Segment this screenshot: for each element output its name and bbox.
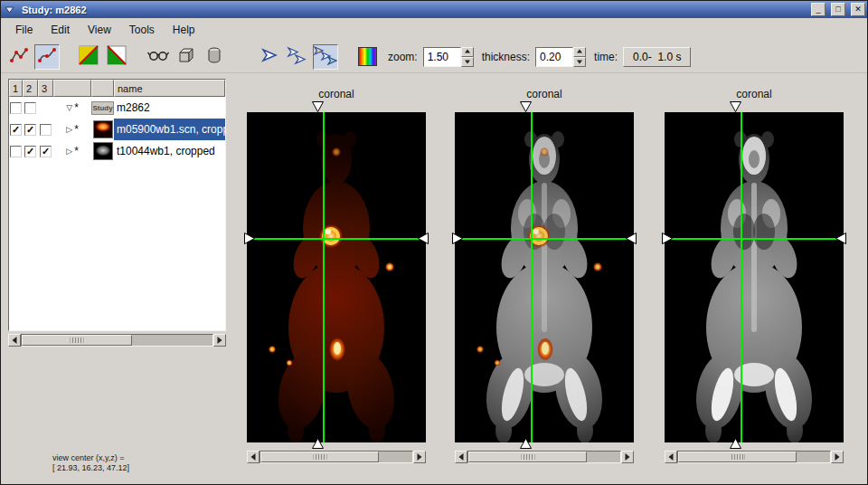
checkbox-1[interactable] bbox=[10, 102, 22, 114]
tree-col-2[interactable]: 2 bbox=[23, 80, 38, 97]
thickness-input[interactable]: 0.20 bbox=[535, 47, 573, 67]
zoom-spinner: 1.50 bbox=[423, 47, 474, 67]
scroll-thumb[interactable] bbox=[678, 452, 797, 462]
crosshair-handle-right-icon[interactable] bbox=[417, 233, 429, 244]
app-window: Study: m2862 _ □ ✕ File Edit View Tools … bbox=[0, 0, 868, 485]
crosshair-handle-bottom-icon[interactable] bbox=[312, 437, 324, 449]
tree-item-name-selected[interactable]: m05900wb1.scn, cropped bbox=[114, 119, 225, 140]
scroll-track[interactable] bbox=[677, 451, 831, 463]
view-panel-fused: coronal bbox=[455, 88, 634, 463]
scroll-thumb[interactable] bbox=[260, 452, 379, 462]
tree-col-3[interactable]: 3 bbox=[38, 80, 53, 97]
view-panel-pet: coronal bbox=[247, 88, 426, 463]
scroll-thumb[interactable] bbox=[468, 452, 587, 462]
time-button[interactable]: 0.0- 1.0 s bbox=[623, 47, 691, 67]
close-button[interactable]: ✕ bbox=[851, 3, 865, 16]
menu-help[interactable]: Help bbox=[164, 21, 204, 39]
menu-edit[interactable]: Edit bbox=[42, 21, 79, 39]
checkbox-1[interactable] bbox=[10, 146, 22, 157]
colormap-button[interactable] bbox=[354, 44, 380, 70]
zoom-down-icon[interactable] bbox=[461, 57, 474, 67]
thickness-label: thickness: bbox=[482, 51, 530, 63]
roi-box-button[interactable] bbox=[174, 44, 199, 70]
menubar: File Edit View Tools Help bbox=[1, 18, 867, 41]
view-linked-3-button[interactable] bbox=[313, 44, 338, 70]
scroll-thumb[interactable] bbox=[22, 335, 132, 346]
tree-item-name[interactable]: m2862 bbox=[114, 97, 225, 119]
tree-row-study[interactable]: ▽ * Study m2862 bbox=[9, 97, 225, 119]
fuse-overlay-button[interactable] bbox=[104, 44, 129, 70]
ct-coronal-image[interactable] bbox=[665, 112, 844, 442]
view-panel-ct: coronal bbox=[665, 88, 844, 463]
tree-col-name[interactable]: name bbox=[114, 80, 225, 97]
menu-tools[interactable]: Tools bbox=[120, 21, 164, 39]
maximize-button[interactable]: □ bbox=[831, 3, 845, 16]
tree-col-1[interactable]: 1 bbox=[9, 80, 23, 97]
view-scrollbar[interactable] bbox=[665, 451, 844, 463]
menu-view[interactable]: View bbox=[79, 21, 120, 39]
minimize-button[interactable]: _ bbox=[811, 3, 826, 16]
view-linked-2-icon bbox=[287, 45, 308, 69]
thickness-down-icon[interactable] bbox=[573, 57, 586, 67]
thickness-up-icon[interactable] bbox=[573, 47, 586, 57]
menu-file[interactable]: File bbox=[6, 21, 42, 39]
tree-row-pet-dataset[interactable]: ✓ ✓ ▷ * m05900wb1.scn, cropped bbox=[9, 119, 225, 140]
scroll-right-icon[interactable] bbox=[621, 451, 634, 463]
tree-col-icon[interactable] bbox=[91, 80, 114, 97]
fuse-blend-button[interactable] bbox=[76, 44, 101, 70]
stereoscopic-button[interactable] bbox=[146, 44, 171, 70]
crosshair-handle-left-icon[interactable] bbox=[662, 233, 674, 244]
tree-col-expander[interactable] bbox=[53, 80, 91, 97]
view-linked-2-button[interactable] bbox=[285, 44, 310, 70]
checkbox-2[interactable] bbox=[24, 102, 36, 114]
window-menu-icon[interactable] bbox=[3, 3, 16, 16]
crosshair-handle-left-icon[interactable] bbox=[244, 233, 256, 244]
scroll-track[interactable] bbox=[259, 451, 413, 463]
checkbox-1[interactable]: ✓ bbox=[10, 124, 22, 136]
view-single-button[interactable] bbox=[257, 44, 282, 70]
crosshair-horizontal bbox=[455, 238, 634, 240]
modified-marker: * bbox=[74, 123, 79, 136]
crosshair-handle-right-icon[interactable] bbox=[625, 233, 637, 244]
expander-closed-icon[interactable]: ▷ bbox=[66, 147, 72, 156]
titlebar: Study: m2862 _ □ ✕ bbox=[1, 1, 867, 18]
crosshair-handle-top-icon[interactable] bbox=[312, 101, 324, 113]
tree-scrollbar[interactable] bbox=[8, 334, 226, 347]
expander-open-icon[interactable]: ▽ bbox=[66, 103, 72, 112]
scroll-left-icon[interactable] bbox=[247, 451, 259, 463]
crosshair-handle-bottom-icon[interactable] bbox=[520, 437, 532, 449]
crosshair-handle-right-icon[interactable] bbox=[835, 233, 846, 244]
checkbox-2[interactable]: ✓ bbox=[24, 124, 36, 136]
fused-scan-graphic bbox=[455, 112, 634, 442]
interp-trilinear-icon bbox=[37, 45, 57, 69]
tree-item-name[interactable]: t10044wb1, cropped bbox=[114, 140, 225, 162]
interp-trilinear-button[interactable] bbox=[34, 44, 60, 70]
zoom-input[interactable]: 1.50 bbox=[423, 47, 461, 67]
scroll-right-icon[interactable] bbox=[831, 451, 844, 463]
expander-closed-icon[interactable]: ▷ bbox=[66, 125, 72, 134]
tree-row-ct-dataset[interactable]: ✓ ✓ ▷ * t10044wb1, cropped bbox=[9, 140, 225, 162]
view-scrollbar[interactable] bbox=[247, 451, 426, 463]
checkbox-3[interactable]: ✓ bbox=[40, 146, 52, 157]
crosshair-handle-top-icon[interactable] bbox=[730, 101, 741, 113]
pet-coronal-image[interactable] bbox=[247, 112, 426, 442]
interp-nearest-button[interactable] bbox=[6, 44, 32, 70]
checkbox-2[interactable]: ✓ bbox=[24, 146, 36, 157]
crosshair-handle-top-icon[interactable] bbox=[520, 101, 532, 113]
crosshair-handle-left-icon[interactable] bbox=[452, 233, 464, 244]
scroll-left-icon[interactable] bbox=[455, 451, 467, 463]
roi-cylinder-button[interactable] bbox=[202, 44, 227, 70]
fused-coronal-image[interactable] bbox=[455, 112, 634, 442]
scroll-left-icon[interactable] bbox=[665, 451, 677, 463]
scroll-track[interactable] bbox=[467, 451, 621, 463]
checkbox-3[interactable] bbox=[40, 124, 52, 136]
scroll-track[interactable] bbox=[21, 334, 213, 347]
scroll-left-icon[interactable] bbox=[8, 334, 21, 347]
view-scrollbar[interactable] bbox=[455, 451, 634, 463]
time-label: time: bbox=[594, 51, 618, 63]
crosshair-handle-bottom-icon[interactable] bbox=[730, 437, 741, 449]
scroll-right-icon[interactable] bbox=[213, 334, 226, 347]
fuse-blend-icon bbox=[79, 45, 99, 69]
scroll-right-icon[interactable] bbox=[413, 451, 426, 463]
zoom-up-icon[interactable] bbox=[461, 47, 474, 57]
